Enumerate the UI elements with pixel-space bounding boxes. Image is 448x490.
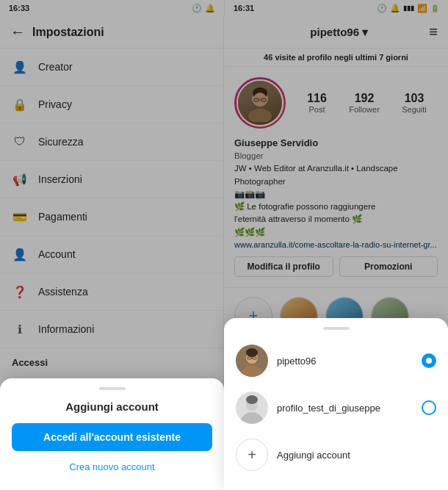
bio-emoji2: 🌿🌿🌿 [234, 226, 438, 239]
visits-bar: 46 visite al profilo negli ultimi 7 gior… [224, 48, 448, 67]
right-time: 16:31 [234, 4, 254, 12]
info-icon: ℹ [12, 321, 28, 337]
profile-info: 116 Post 192 Follower 103 Seguiti Gi [224, 67, 448, 287]
lock-icon: 🔒 [12, 96, 28, 112]
settings-item-informazioni[interactable]: ℹ Informazioni [0, 311, 223, 348]
help-icon: ❓ [12, 284, 28, 300]
svg-point-3 [253, 93, 267, 106]
stat-post: 116 Post [307, 92, 327, 114]
bio-emoji: 📷📸📷 [234, 188, 438, 201]
creator-label: Creator [38, 61, 73, 73]
right-bell-icon: 🔔 [390, 4, 400, 13]
settings-item-pagamenti[interactable]: 💳 Pagamenti [0, 198, 223, 236]
settings-item-privacy[interactable]: 🔒 Privacy [0, 86, 223, 123]
pagamenti-label: Pagamenti [38, 211, 87, 223]
settings-item-inserzioni[interactable]: 📢 Inserzioni [0, 161, 223, 198]
settings-item-account[interactable]: 👤 Account [0, 236, 223, 273]
follower-label: Follower [349, 105, 380, 114]
person-icon: 👤 [12, 59, 28, 75]
stats-row: 116 Post 192 Follower 103 Seguiti [296, 92, 438, 114]
account-item-pipetto[interactable]: pipetto96 [224, 337, 448, 384]
settings-header: ← Impostazioni [0, 16, 223, 48]
privacy-label: Privacy [38, 98, 72, 110]
seguiti-label: Seguiti [402, 105, 427, 114]
informazioni-label: Informazioni [38, 323, 94, 335]
add-account-icon: + [236, 439, 268, 471]
profilo-test-name: profilo_test_di_giuseppe [277, 403, 422, 414]
back-button[interactable]: ← [10, 24, 25, 40]
sicurezza-label: Sicurezza [38, 136, 83, 148]
accessi-section: Accessi [0, 348, 223, 374]
account-item-profilo-test[interactable]: profilo_test_di_giuseppe [224, 384, 448, 431]
settings-item-sicurezza[interactable]: 🛡 Sicurezza [0, 123, 223, 161]
promozioni-button[interactable]: Promozioni [339, 256, 438, 277]
add-account-sheet: Aggiungi account Accedi all'account esis… [0, 378, 224, 490]
seguiti-count: 103 [405, 92, 424, 105]
bio-role: Blogger [234, 150, 438, 162]
account-switcher-sheet: pipetto96 profilo_test_di_giuseppe + Agg… [224, 318, 448, 490]
switcher-handle [323, 327, 350, 330]
stat-seguiti: 103 Seguiti [402, 92, 427, 114]
follower-count: 192 [355, 92, 375, 105]
hamburger-icon[interactable]: ≡ [429, 24, 438, 40]
inserzioni-label: Inserzioni [38, 173, 82, 185]
shield-icon: 🛡 [12, 134, 28, 150]
megaphone-icon: 📢 [12, 171, 28, 187]
profile-buttons: Modifica il profilo Promozioni [234, 256, 438, 277]
settings-item-creator[interactable]: 👤 Creator [0, 48, 223, 86]
assistenza-label: Assistenza [38, 286, 88, 298]
pipetto-radio [422, 353, 436, 368]
pipetto-name: pipetto96 [277, 356, 422, 367]
settings-item-assistenza[interactable]: ❓ Assistenza [0, 273, 223, 311]
post-count: 116 [307, 92, 327, 105]
left-clock-icon: 🕐 [192, 4, 202, 13]
visits-count: 46 [264, 53, 272, 62]
accedi-button[interactable]: Accedi all'account esistente [12, 423, 212, 451]
bio-quote: 🌿 Le fotografie possono raggiungere [234, 201, 438, 213]
svg-point-9 [246, 348, 258, 357]
add-account-label: Aggiungi account [277, 450, 350, 461]
post-label: Post [309, 105, 325, 114]
wifi-icon: 📶 [417, 4, 427, 13]
ig-header: pipetto96 ▾ ≡ [224, 16, 448, 48]
svg-point-7 [240, 365, 264, 377]
profilo-test-avatar [236, 392, 268, 424]
left-bell-icon: 🔔 [205, 4, 215, 13]
person-circle-icon: 👤 [12, 246, 28, 262]
chevron-down-icon: ▾ [362, 26, 368, 39]
sheet-handle [99, 387, 126, 390]
profile-name: Giuseppe Servidio [234, 137, 438, 148]
card-icon: 💳 [12, 209, 28, 225]
right-clock-icon: 🕐 [377, 4, 387, 13]
username-text: pipetto96 [310, 26, 359, 38]
pipetto-avatar [236, 345, 268, 377]
left-time: 16:33 [9, 4, 29, 12]
avatar [234, 77, 286, 129]
stat-follower: 192 Follower [349, 92, 380, 114]
battery-icon: 🔋 [430, 4, 439, 12]
crea-account-button[interactable]: Crea nuovo account [12, 458, 212, 475]
svg-point-13 [240, 412, 264, 424]
bio-link[interactable]: www.aranzulla.it/come-ascoltare-la-radio… [234, 240, 438, 249]
bio-line1: JW • Web Editor at Aranzulla.it • Landsc… [234, 162, 438, 188]
bio-quote2: l'eternità attraverso il momento 🌿 [234, 213, 438, 226]
ig-username[interactable]: pipetto96 ▾ [310, 26, 368, 39]
signal-icon: ▮▮▮ [403, 4, 414, 12]
modifica-button[interactable]: Modifica il profilo [234, 256, 333, 277]
account-label: Account [38, 248, 76, 260]
sheet-title: Aggiungi account [12, 400, 212, 413]
svg-point-1 [248, 109, 272, 122]
svg-point-15 [246, 395, 258, 404]
profilo-test-radio [422, 400, 436, 415]
switcher-add-account[interactable]: + Aggiungi account [224, 431, 448, 478]
settings-title: Impostazioni [32, 26, 104, 39]
